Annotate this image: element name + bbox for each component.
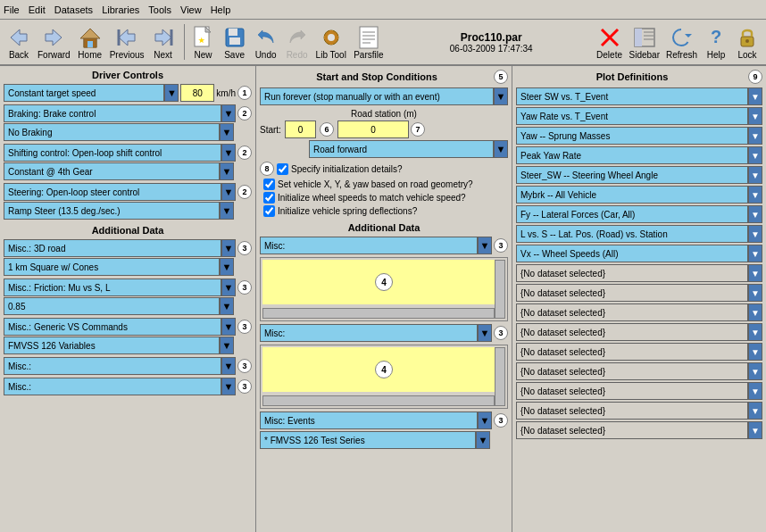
- misc4-header-arrow[interactable]: ▼: [221, 357, 236, 375]
- plot-item-dropdown[interactable]: {No dataset selected}: [516, 284, 748, 302]
- plot-item-arrow[interactable]: ▼: [748, 343, 762, 361]
- save-button[interactable]: Save: [220, 21, 250, 62]
- misc5-header-dropdown[interactable]: Misc.:: [4, 378, 221, 395]
- speed-dropdown[interactable]: Constant target speed: [4, 84, 164, 102]
- plot-item-dropdown[interactable]: Peak Yaw Rate: [516, 146, 748, 164]
- steering-value-arrow[interactable]: ▼: [220, 202, 234, 220]
- menu-view[interactable]: View: [180, 4, 202, 15]
- check2-checkbox[interactable]: [263, 192, 275, 204]
- plot-item-dropdown[interactable]: Fy -- Lateral Forces (Car, All): [516, 205, 748, 223]
- misc1-value-dropdown[interactable]: 1 km Square w/ Cones: [4, 258, 220, 276]
- misc-events-value-arrow[interactable]: ▼: [476, 431, 490, 449]
- plot-item-dropdown[interactable]: Steer SW vs. T_Event: [516, 87, 748, 105]
- plot-item-dropdown[interactable]: {No dataset selected}: [516, 264, 748, 282]
- menu-file[interactable]: File: [4, 4, 20, 15]
- new-button[interactable]: ★ New: [188, 21, 219, 62]
- braking-header-dropdown[interactable]: Braking: Brake control: [4, 104, 221, 122]
- plot-item-dropdown[interactable]: {No dataset selected}: [516, 362, 748, 380]
- plot-item-arrow[interactable]: ▼: [748, 166, 762, 184]
- check1-checkbox[interactable]: [263, 179, 275, 190]
- plot-item-arrow[interactable]: ▼: [748, 186, 762, 204]
- plot-item-dropdown[interactable]: Mybrk -- All Vehicle: [516, 186, 748, 204]
- misc3-value-arrow[interactable]: ▼: [220, 337, 234, 354]
- plot-item-arrow[interactable]: ▼: [748, 402, 762, 420]
- steering-header-dropdown[interactable]: Steering: Open-loop steer control: [4, 183, 221, 201]
- plot-item-arrow[interactable]: ▼: [748, 107, 762, 125]
- road-forward-dropdown[interactable]: Road forward: [309, 140, 494, 158]
- check3-checkbox[interactable]: [263, 205, 275, 217]
- shifting-header-arrow[interactable]: ▼: [221, 144, 236, 162]
- center-misc1-arrow[interactable]: ▼: [478, 237, 492, 254]
- misc1-value-arrow[interactable]: ▼: [220, 258, 234, 276]
- steering-header-arrow[interactable]: ▼: [221, 183, 236, 201]
- redo-button[interactable]: Redo: [282, 21, 312, 62]
- plot-item-dropdown[interactable]: Steer_SW -- Steering Wheel Angle: [516, 166, 748, 184]
- misc-events-arrow[interactable]: ▼: [478, 411, 492, 429]
- plot-item-dropdown[interactable]: {No dataset selected}: [516, 382, 748, 400]
- next-button[interactable]: Next: [148, 21, 179, 62]
- road-value-input[interactable]: [337, 121, 409, 138]
- help-button[interactable]: ? Help: [701, 21, 731, 62]
- speed-dropdown-arrow[interactable]: ▼: [164, 84, 179, 102]
- undo-button[interactable]: Undo: [251, 21, 281, 62]
- braking-value-arrow[interactable]: ▼: [220, 123, 234, 141]
- plot-item-dropdown[interactable]: {No dataset selected}: [516, 303, 748, 321]
- plot-item-arrow[interactable]: ▼: [748, 303, 762, 321]
- refresh-button[interactable]: Refresh: [663, 21, 700, 62]
- plot-item-arrow[interactable]: ▼: [748, 87, 762, 105]
- steering-value-dropdown[interactable]: Ramp Steer (13.5 deg./sec.): [4, 202, 220, 220]
- misc-events-value-dropdown[interactable]: * FMVSS 126 Test Series: [260, 431, 476, 449]
- plot-item-dropdown[interactable]: Yaw Rate vs. T_Event: [516, 107, 748, 125]
- road-forward-arrow[interactable]: ▼: [494, 140, 508, 158]
- center-misc2-dropdown[interactable]: Misc:: [260, 324, 478, 342]
- parsfile-button[interactable]: Parsfile: [350, 21, 387, 62]
- braking-header-arrow[interactable]: ▼: [221, 104, 236, 122]
- misc5-header-arrow[interactable]: ▼: [221, 378, 236, 395]
- misc3-header-arrow[interactable]: ▼: [221, 318, 236, 336]
- plot-item-dropdown[interactable]: Vx -- Wheel Speeds (All): [516, 245, 748, 262]
- menu-libraries[interactable]: Libraries: [102, 4, 139, 15]
- run-forever-dropdown[interactable]: Run forever (stop manually or with an ev…: [260, 87, 494, 105]
- previous-button[interactable]: Previous: [107, 21, 147, 62]
- specify-checkbox[interactable]: [277, 163, 288, 175]
- lock-button[interactable]: Lock: [732, 21, 762, 62]
- misc3-header-dropdown[interactable]: Misc.: Generic VS Commands: [4, 318, 221, 336]
- shifting-header-dropdown[interactable]: Shifting control: Open-loop shift contro…: [4, 144, 221, 162]
- back-button[interactable]: Back: [4, 21, 34, 62]
- braking-value-dropdown[interactable]: No Braking: [4, 123, 220, 141]
- plot-item-arrow[interactable]: ▼: [748, 362, 762, 380]
- plot-item-dropdown[interactable]: {No dataset selected}: [516, 323, 748, 341]
- plot-item-dropdown[interactable]: {No dataset selected}: [516, 402, 748, 420]
- center-misc1-dropdown[interactable]: Misc:: [260, 237, 478, 254]
- misc3-value-dropdown[interactable]: FMVSS 126 Variables: [4, 337, 220, 354]
- misc2-header-arrow[interactable]: ▼: [221, 278, 236, 296]
- shifting-value-arrow[interactable]: ▼: [220, 162, 234, 180]
- plot-item-arrow[interactable]: ▼: [748, 264, 762, 282]
- menu-tools[interactable]: Tools: [148, 4, 171, 15]
- menu-edit[interactable]: Edit: [29, 4, 46, 15]
- misc-events-dropdown[interactable]: Misc: Events: [260, 411, 478, 429]
- home-button[interactable]: Home: [74, 21, 106, 62]
- sidebar-button[interactable]: Sidebar: [627, 21, 662, 62]
- plot-item-dropdown[interactable]: L vs. S -- Lat. Pos. (Road) vs. Station: [516, 225, 748, 243]
- libtool-button[interactable]: Lib Tool: [313, 21, 349, 62]
- plot-item-dropdown[interactable]: {No dataset selected}: [516, 343, 748, 361]
- delete-button[interactable]: Delete: [594, 21, 626, 62]
- center-misc2-arrow[interactable]: ▼: [478, 324, 492, 342]
- misc1-header-arrow[interactable]: ▼: [221, 239, 236, 257]
- menu-help[interactable]: Help: [211, 4, 231, 15]
- plot-item-arrow[interactable]: ▼: [748, 225, 762, 243]
- plot-item-dropdown[interactable]: Yaw -- Sprung Masses: [516, 127, 748, 145]
- plot-item-arrow[interactable]: ▼: [748, 146, 762, 164]
- plot-item-arrow[interactable]: ▼: [748, 382, 762, 400]
- misc1-header-dropdown[interactable]: Misc.: 3D road: [4, 239, 221, 257]
- plot-item-arrow[interactable]: ▼: [748, 245, 762, 262]
- menu-datasets[interactable]: Datasets: [54, 4, 93, 15]
- plot-item-arrow[interactable]: ▼: [748, 205, 762, 223]
- run-forever-arrow[interactable]: ▼: [494, 87, 508, 105]
- misc2-value-dropdown[interactable]: 0.85: [4, 297, 220, 315]
- plot-item-arrow[interactable]: ▼: [748, 421, 762, 439]
- plot-item-arrow[interactable]: ▼: [748, 284, 762, 302]
- misc2-header-dropdown[interactable]: Misc.: Friction: Mu vs S, L: [4, 278, 221, 296]
- plot-item-arrow[interactable]: ▼: [748, 127, 762, 145]
